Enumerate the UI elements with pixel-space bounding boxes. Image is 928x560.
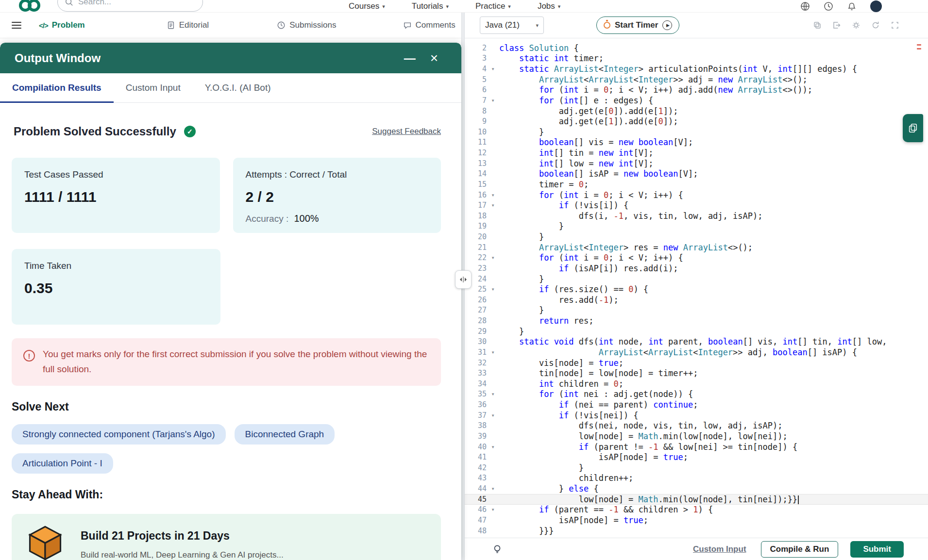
tab-comments[interactable]: Comments: [403, 20, 456, 30]
code-editor[interactable]: 2class Solution {3 static int timer;4▾ s…: [465, 38, 928, 538]
fold-chevron-icon[interactable]: ▾: [487, 97, 499, 104]
promo-card[interactable]: Build 21 Projects in 21 Days Build real-…: [12, 514, 441, 560]
solve-next-chip[interactable]: Biconnected Graph: [235, 424, 335, 445]
suggest-feedback-link[interactable]: Suggest Feedback: [372, 127, 441, 136]
code-line-19[interactable]: 19 }: [465, 221, 928, 232]
translate-icon[interactable]: [800, 1, 810, 11]
fold-chevron-icon[interactable]: ▾: [487, 391, 499, 397]
fold-chevron-icon[interactable]: ▾: [487, 412, 499, 419]
code-line-38[interactable]: 38 dfs(nei, node, vis, tin, low, adj, is…: [465, 421, 928, 431]
fold-chevron-icon[interactable]: ▾: [487, 349, 499, 356]
settings-gear-icon[interactable]: [851, 20, 861, 30]
fullscreen-icon[interactable]: [890, 20, 900, 30]
snippets-float-button[interactable]: [903, 114, 923, 142]
nav-item-practice[interactable]: Practice▾: [475, 1, 511, 11]
code-line-12[interactable]: 12 int[] tin = new int[V];: [465, 148, 928, 158]
language-select[interactable]: Java (21) ▾: [480, 16, 544, 34]
bell-icon[interactable]: [847, 1, 857, 11]
code-line-24[interactable]: 24 }: [465, 274, 928, 284]
nav-item-jobs[interactable]: Jobs▾: [538, 1, 560, 11]
code-line-32[interactable]: 32 vis[node] = true;: [465, 358, 928, 368]
code-line-40[interactable]: 40▾ if (parent != -1 && low[nei] >= tin[…: [465, 442, 928, 452]
nav-item-tutorials[interactable]: Tutorials▾: [412, 1, 449, 11]
tab-submissions[interactable]: Submissions: [277, 20, 336, 30]
code-line-46[interactable]: 46▾ if (parent == -1 && children > 1) {: [465, 505, 928, 515]
code-line-18[interactable]: 18 dfs(i, -1, vis, tin, low, adj, isAP);: [465, 211, 928, 221]
code-line-34[interactable]: 34 int children = 0;: [465, 379, 928, 389]
copy-icon[interactable]: [812, 20, 822, 30]
code-line-21[interactable]: 21 ArrayList<Integer> res = new ArrayLis…: [465, 242, 928, 253]
tab-editorial[interactable]: Editorial: [167, 20, 209, 30]
code-line-20[interactable]: 20 }: [465, 231, 928, 242]
code-line-4[interactable]: 4▾ static ArrayList<Integer> articulatio…: [465, 64, 928, 74]
code-line-31[interactable]: 31▾ ArrayList<ArrayList<Integer>> adj, b…: [465, 347, 928, 358]
fold-chevron-icon[interactable]: ▾: [487, 286, 499, 293]
profile-avatar[interactable]: [870, 0, 882, 12]
fold-chevron-icon[interactable]: ▾: [487, 444, 499, 450]
code-line-2[interactable]: 2class Solution {: [465, 43, 928, 53]
code-line-8[interactable]: 8 adj.get(e[0]).add(e[1]);: [465, 106, 928, 116]
code-line-17[interactable]: 17▾ if (!vis[i]) {: [465, 200, 928, 211]
code-line-6[interactable]: 6 for (int i = 0; i < V; i++) adj.add(ne…: [465, 85, 928, 96]
code-line-3[interactable]: 3 static int timer;: [465, 53, 928, 64]
code-line-39[interactable]: 39 low[node] = Math.min(low[node], low[n…: [465, 431, 928, 442]
code-line-33[interactable]: 33 tin[node] = low[node] = timer++;: [465, 368, 928, 379]
submit-button[interactable]: Submit: [850, 541, 904, 558]
code-line-22[interactable]: 22▾ for (int i = 0; i < V; i++) {: [465, 253, 928, 264]
code-line-27[interactable]: 27 }: [465, 305, 928, 316]
output-tab-y-o-g-i-ai-bot-[interactable]: Y.O.G.I. (AI Bot): [193, 73, 283, 102]
clock-icon[interactable]: [824, 1, 833, 11]
output-tab-custom-input[interactable]: Custom Input: [114, 73, 193, 102]
reset-code-icon[interactable]: [871, 20, 880, 30]
code-line-9[interactable]: 9 adj.get(e[1]).add(e[0]);: [465, 116, 928, 127]
export-icon[interactable]: [832, 20, 842, 30]
code-line-14[interactable]: 14 boolean[] isAP = new boolean[V];: [465, 169, 928, 180]
output-tab-compilation-results[interactable]: Compilation Results: [0, 73, 114, 102]
code-line-35[interactable]: 35▾ for (int nei : adj.get(node)) {: [465, 389, 928, 400]
custom-input-link[interactable]: Custom Input: [693, 544, 746, 554]
panel-resize-handle[interactable]: [455, 270, 472, 289]
fold-chevron-icon[interactable]: ▾: [487, 66, 499, 72]
solve-next-chip[interactable]: Strongly connected component (Tarjans's …: [12, 424, 226, 445]
code-line-13[interactable]: 13 int[] low = new int[V];: [465, 158, 928, 169]
search-input[interactable]: [78, 0, 190, 7]
tab-problem[interactable]: </> Problem: [39, 20, 85, 30]
code-line-48[interactable]: 48 }}}: [465, 526, 928, 536]
hamburger-menu-icon[interactable]: [12, 20, 21, 31]
code-line-26[interactable]: 26 res.add(-1);: [465, 295, 928, 305]
code-line-5[interactable]: 5 ArrayList<ArrayList<Integer>> adj = ne…: [465, 74, 928, 85]
fold-chevron-icon[interactable]: ▾: [487, 485, 499, 492]
fold-chevron-icon[interactable]: ▾: [487, 254, 499, 261]
solve-next-chip[interactable]: Articulation Point - I: [12, 453, 113, 474]
code-line-10[interactable]: 10 }: [465, 127, 928, 137]
search-box[interactable]: [57, 0, 203, 12]
site-logo-icon[interactable]: [17, 0, 43, 13]
start-timer-button[interactable]: Start Timer ▶: [596, 16, 679, 34]
compile-run-button[interactable]: Compile & Run: [761, 541, 839, 558]
code-line-36[interactable]: 36 if (nei == parent) continue;: [465, 399, 928, 410]
code-line-23[interactable]: 23 if (isAP[i]) res.add(i);: [465, 263, 928, 274]
code-line-47[interactable]: 47 isAP[node] = true;: [465, 515, 928, 526]
code-line-28[interactable]: 28 return res;: [465, 315, 928, 326]
code-line-25[interactable]: 25▾ if (res.size() == 0) {: [465, 284, 928, 295]
code-line-44[interactable]: 44▾ } else {: [465, 483, 928, 494]
nav-item-courses[interactable]: Courses▾: [349, 1, 385, 11]
lightbulb-icon[interactable]: [492, 544, 503, 555]
code-line-29[interactable]: 29 }: [465, 326, 928, 337]
code-line-15[interactable]: 15 timer = 0;: [465, 179, 928, 190]
code-line-43[interactable]: 43 children++;: [465, 473, 928, 484]
code-line-16[interactable]: 16▾ for (int i = 0; i < V; i++) {: [465, 190, 928, 200]
fold-chevron-icon[interactable]: ▾: [487, 506, 499, 513]
code-line-45[interactable]: 45 low[node] = Math.min(low[node], tin[n…: [465, 494, 928, 505]
code-line-30[interactable]: 30 static void dfs(int node, int parent,…: [465, 337, 928, 347]
code-line-11[interactable]: 11 boolean[] vis = new boolean[V];: [465, 137, 928, 148]
close-icon[interactable]: ×: [430, 51, 438, 65]
fold-chevron-icon[interactable]: ▾: [487, 202, 499, 209]
code-line-7[interactable]: 7▾ for (int[] e : edges) {: [465, 95, 928, 106]
code-line-37[interactable]: 37▾ if (!vis[nei]) {: [465, 410, 928, 421]
panel-divider[interactable]: [461, 13, 465, 560]
fold-chevron-icon[interactable]: ▾: [487, 192, 499, 198]
code-line-42[interactable]: 42 }: [465, 462, 928, 473]
code-line-41[interactable]: 41 isAP[node] = true;: [465, 452, 928, 462]
minimize-icon[interactable]: —: [404, 51, 416, 65]
